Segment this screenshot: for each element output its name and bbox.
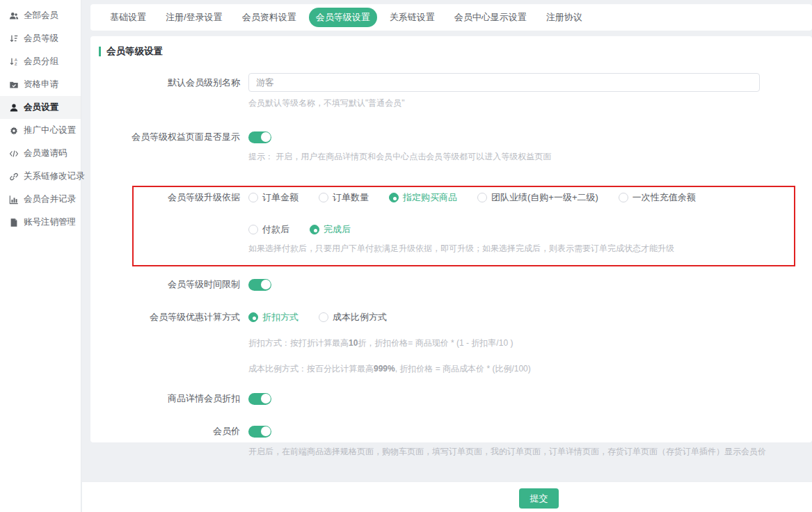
detail-discount-row: 商品详情会员折扣 <box>90 392 812 405</box>
radio-specified-goods[interactable]: 指定购买商品 <box>389 191 457 204</box>
radio-circle-icon <box>248 312 258 322</box>
radio-team-performance[interactable]: 团队业绩(自购+一级+二级) <box>477 191 598 204</box>
sidebar-item-member-settings[interactable]: 会员设置 <box>0 96 81 119</box>
sidebar-item-label: 会员设置 <box>24 102 58 113</box>
rights-page-label: 会员等级权益页面是否显示 <box>90 131 240 143</box>
file-icon <box>9 218 19 227</box>
sidebar-item-all-members[interactable]: 全部会员 <box>0 4 81 27</box>
sidebar-item-label: 推广中心设置 <box>24 125 76 136</box>
sidebar-item-member-levels[interactable]: 会员等级 <box>0 27 81 50</box>
sort-alpha-icon: AZ <box>9 57 19 67</box>
sidebar-item-label: 会员分组 <box>24 56 58 67</box>
radio-circle-icon <box>389 193 399 202</box>
sidebar-item-label: 资格申请 <box>24 79 58 90</box>
sidebar: 全部会员 会员等级 AZ 会员分组 资格申请 会员设置 推广中心设置 会员邀请码… <box>0 0 81 512</box>
member-price-row: 会员价 <box>90 425 812 438</box>
sidebar-item-label: 全部会员 <box>24 10 58 22</box>
sidebar-item-label: 会员邀请码 <box>24 147 67 159</box>
radio-circle-icon <box>248 225 258 234</box>
discount-method-label: 会员等级优惠计算方式 <box>90 311 240 323</box>
toggle-knob <box>261 394 271 403</box>
discount-method-row: 会员等级优惠计算方式 折扣方式 成本比例方式 <box>90 311 812 323</box>
radio-circle-icon <box>319 193 328 202</box>
cost-ratio-helper: 成本比例方式：按百分比计算最高999%, 折扣价格 = 商品成本价 * (比例/… <box>248 363 812 375</box>
toggle-knob <box>261 280 271 289</box>
radio-discount-mode[interactable]: 折扣方式 <box>248 311 298 323</box>
time-limit-row: 会员等级时间限制 <box>90 278 812 291</box>
rights-page-toggle[interactable] <box>248 131 271 143</box>
radio-one-time-recharge[interactable]: 一次性充值余额 <box>619 191 696 204</box>
upgrade-basis-highlight-box: 会员等级升级依据 订单金额 订单数量 指定购买商品 团队业绩(自购+一级+二级 <box>132 186 795 266</box>
user-icon <box>9 103 19 113</box>
radio-circle-icon <box>248 193 258 202</box>
sidebar-item-promotion-settings[interactable]: 推广中心设置 <box>0 119 81 142</box>
member-price-toggle[interactable] <box>248 426 271 438</box>
sidebar-item-label: 关系链修改记录 <box>24 170 85 182</box>
upgrade-timing-radio-group: 付款后 完成后 <box>248 223 351 236</box>
radio-circle-icon <box>619 193 628 202</box>
sidebar-item-account-cancel[interactable]: 账号注销管理 <box>0 211 81 234</box>
submit-button[interactable]: 提交 <box>519 488 559 509</box>
tab-register-login-settings[interactable]: 注册/登录设置 <box>159 8 230 27</box>
member-price-helper: 开启后，在前端商品选择规格页面，购物车页面，填写订单页面，我的订单页面，订单详情… <box>248 446 812 458</box>
detail-discount-toggle[interactable] <box>248 393 271 405</box>
upgrade-basis-row: 会员等级升级依据 订单金额 订单数量 指定购买商品 团队业绩(自购+一级+二级 <box>134 191 794 204</box>
settings-tabbar: 基础设置 注册/登录设置 会员资料设置 会员等级设置 关系链设置 会员中心显示设… <box>90 4 812 31</box>
upgrade-basis-label: 会员等级升级依据 <box>134 191 240 204</box>
upgrade-timing-helper: 如果选择付款后，只要用户下单付款满足升级依据，即可升级；如果选择完成后，则表示需… <box>248 243 794 255</box>
section-accent-bar <box>99 47 101 56</box>
code-icon <box>9 149 19 159</box>
sort-numeric-icon <box>9 34 19 44</box>
toggle-knob <box>261 132 271 142</box>
tab-register-agreement[interactable]: 注册协议 <box>539 8 589 27</box>
link-icon <box>9 172 19 182</box>
sidebar-item-qualification[interactable]: 资格申请 <box>0 73 81 96</box>
tab-member-center-display-settings[interactable]: 会员中心显示设置 <box>447 8 534 27</box>
radio-after-payment[interactable]: 付款后 <box>248 223 289 236</box>
tab-relation-chain-settings[interactable]: 关系链设置 <box>383 8 442 27</box>
radio-cost-ratio-mode[interactable]: 成本比例方式 <box>319 311 387 323</box>
folder-check-icon <box>9 80 19 90</box>
discount-method-radio-group: 折扣方式 成本比例方式 <box>248 311 387 323</box>
users-icon <box>9 11 19 21</box>
sidebar-item-relation-log[interactable]: 关系链修改记录 <box>0 165 81 188</box>
radio-circle-icon <box>319 312 328 322</box>
rights-page-helper: 提示： 开启，用户在商品详情页和会员中心点击会员等级都可以进入等级权益页面 <box>248 151 812 163</box>
radio-circle-icon <box>310 225 319 234</box>
sidebar-item-label: 会员等级 <box>24 33 58 45</box>
time-limit-toggle[interactable] <box>248 279 271 291</box>
section-title: 会员等级设置 <box>106 45 163 58</box>
radio-after-completion[interactable]: 完成后 <box>310 223 351 236</box>
radio-circle-icon <box>477 193 487 202</box>
svg-text:Z: Z <box>15 62 17 66</box>
settings-panel: 会员等级设置 默认会员级别名称 会员默认等级名称，不填写默认"普通会员" 会员等… <box>90 36 812 442</box>
upgrade-basis-radio-group: 订单金额 订单数量 指定购买商品 团队业绩(自购+一级+二级) 一次性充值余额 <box>248 191 696 204</box>
sidebar-item-merge-log[interactable]: 会员合并记录 <box>0 188 81 211</box>
tab-member-level-settings[interactable]: 会员等级设置 <box>309 8 377 27</box>
discount-mode-helper: 折扣方式：按打折计算最高10折，折扣价格= 商品现价 * (1 - 折扣率/10… <box>248 337 812 349</box>
svg-text:A: A <box>15 58 17 62</box>
member-price-label: 会员价 <box>90 425 240 438</box>
gear-icon <box>9 126 19 136</box>
sidebar-item-invite-code[interactable]: 会员邀请码 <box>0 142 81 165</box>
footer-bar: 提交 <box>82 481 812 512</box>
radio-order-amount[interactable]: 订单金额 <box>248 191 298 204</box>
detail-discount-label: 商品详情会员折扣 <box>90 392 240 405</box>
time-limit-label: 会员等级时间限制 <box>90 278 240 291</box>
bar-chart-icon <box>9 195 19 205</box>
sidebar-item-label: 账号注销管理 <box>24 216 76 228</box>
rights-page-row: 会员等级权益页面是否显示 <box>90 131 812 143</box>
tab-basic-settings[interactable]: 基础设置 <box>103 8 153 27</box>
default-level-input[interactable] <box>248 73 760 92</box>
sidebar-item-member-groups[interactable]: AZ 会员分组 <box>0 50 81 73</box>
default-level-helper: 会员默认等级名称，不填写默认"普通会员" <box>248 97 812 109</box>
upgrade-timing-row: 付款后 完成后 <box>134 223 794 236</box>
section-header: 会员等级设置 <box>99 45 812 58</box>
default-level-label: 默认会员级别名称 <box>90 77 240 89</box>
tab-member-profile-settings[interactable]: 会员资料设置 <box>235 8 303 27</box>
toggle-knob <box>261 426 271 436</box>
sidebar-item-label: 会员合并记录 <box>24 193 76 205</box>
radio-order-count[interactable]: 订单数量 <box>319 191 369 204</box>
default-level-row: 默认会员级别名称 <box>90 73 812 92</box>
